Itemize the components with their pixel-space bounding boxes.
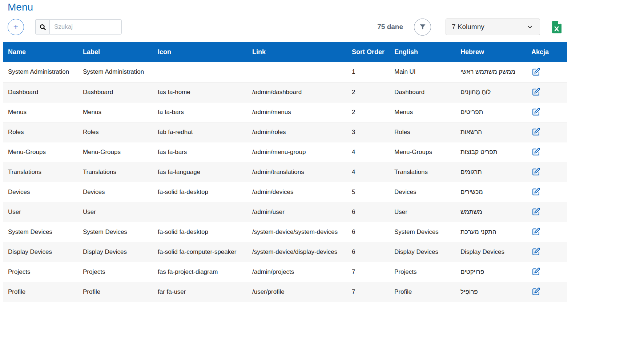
search-input[interactable] bbox=[49, 19, 122, 34]
menu-table: Name Label Icon Link Sort Order English … bbox=[3, 42, 567, 302]
cell-hebrew: ממשק משתמש ראשי bbox=[455, 62, 526, 82]
cell-action bbox=[526, 122, 567, 142]
cell-link: /admin/roles bbox=[247, 122, 347, 142]
cell-action bbox=[526, 162, 567, 182]
edit-button[interactable] bbox=[531, 247, 540, 256]
edit-button[interactable] bbox=[531, 68, 540, 77]
cell-link: /admin/projects bbox=[247, 262, 347, 282]
table-row: DashboardDashboardfas fa-home/admin/dash… bbox=[3, 82, 567, 102]
chevron-down-icon bbox=[527, 24, 533, 30]
add-button[interactable]: + bbox=[8, 19, 24, 35]
table-row: MenusMenusfa fa-bars/admin/menus2Menusתפ… bbox=[3, 102, 567, 122]
columns-select-value: 7 Kolumny bbox=[452, 23, 484, 31]
cell-hebrew: תפריט קבוצות bbox=[455, 142, 526, 162]
column-header-sort-order: Sort Order bbox=[347, 42, 389, 62]
edit-icon bbox=[531, 127, 540, 137]
cell-link bbox=[247, 62, 347, 82]
edit-button[interactable] bbox=[531, 267, 540, 276]
column-header-icon: Icon bbox=[153, 42, 247, 62]
column-header-hebrew: Hebrew bbox=[455, 42, 526, 62]
cell-hebrew: לוּחַ מַחווָנִים bbox=[455, 82, 526, 102]
cell-link: /system-device/display-devices bbox=[247, 242, 347, 262]
edit-button[interactable] bbox=[531, 88, 540, 97]
cell-hebrew: פרוֹפִיל bbox=[455, 282, 526, 302]
cell-name: Translations bbox=[3, 162, 78, 182]
table-header: Name Label Icon Link Sort Order English … bbox=[3, 42, 567, 62]
cell-english: User bbox=[389, 202, 455, 222]
table-row: UserUser/admin/user6Userמשתמש bbox=[3, 202, 567, 222]
edit-button[interactable] bbox=[531, 167, 540, 176]
cell-label: Dashboard bbox=[78, 82, 153, 102]
table-row: TranslationsTranslationsfas fa-language/… bbox=[3, 162, 567, 182]
cell-label: Roles bbox=[78, 122, 153, 142]
cell-english: Roles bbox=[389, 122, 455, 142]
cell-icon: fas fa-bars bbox=[153, 142, 247, 162]
toolbar: + 75 dane 7 Kolumny bbox=[0, 18, 567, 36]
cell-icon bbox=[153, 62, 247, 82]
table-row: ProjectsProjectsfas fa-project-diagram/a… bbox=[3, 262, 567, 282]
cell-action bbox=[526, 62, 567, 82]
cell-hebrew: פרויקטים bbox=[455, 262, 526, 282]
excel-export-button[interactable] bbox=[552, 21, 562, 33]
column-header-name: Name bbox=[3, 42, 78, 62]
edit-button[interactable] bbox=[531, 147, 540, 157]
edit-icon bbox=[531, 88, 540, 97]
cell-label: Menu-Groups bbox=[78, 142, 153, 162]
edit-icon bbox=[531, 187, 540, 196]
cell-label: Translations bbox=[78, 162, 153, 182]
edit-button[interactable] bbox=[531, 207, 540, 216]
cell-label: Menus bbox=[78, 102, 153, 122]
edit-icon bbox=[531, 247, 540, 256]
cell-english: Profile bbox=[389, 282, 455, 302]
edit-button[interactable] bbox=[531, 227, 540, 236]
cell-action bbox=[526, 282, 567, 302]
cell-link: /admin/menus bbox=[247, 102, 347, 122]
cell-sort: 3 bbox=[347, 122, 389, 142]
edit-icon bbox=[531, 147, 540, 157]
cell-name: User bbox=[3, 202, 78, 222]
edit-button[interactable] bbox=[531, 127, 540, 137]
cell-name: Devices bbox=[3, 182, 78, 202]
cell-sort: 6 bbox=[347, 222, 389, 242]
cell-name: Roles bbox=[3, 122, 78, 142]
plus-icon: + bbox=[13, 23, 18, 31]
table-row: DevicesDevicesfa-solid fa-desktop/admin/… bbox=[3, 182, 567, 202]
cell-icon: fa-solid fa-computer-speaker bbox=[153, 242, 247, 262]
cell-label: Profile bbox=[78, 282, 153, 302]
cell-label: Display Devices bbox=[78, 242, 153, 262]
table-row: System DevicesSystem Devicesfa-solid fa-… bbox=[3, 222, 567, 242]
cell-link: /user/profile bbox=[247, 282, 347, 302]
cell-label: Projects bbox=[78, 262, 153, 282]
search-group bbox=[35, 19, 122, 34]
edit-button[interactable] bbox=[531, 107, 540, 117]
cell-icon: fa-solid fa-desktop bbox=[153, 222, 247, 242]
page: Menu + 75 dane 7 Kolumny bbox=[0, 0, 567, 302]
cell-sort: 7 bbox=[347, 262, 389, 282]
edit-button[interactable] bbox=[531, 287, 540, 296]
cell-english: Menus bbox=[389, 102, 455, 122]
column-header-label: Label bbox=[78, 42, 153, 62]
cell-label: System Administration bbox=[78, 62, 153, 82]
cell-action bbox=[526, 242, 567, 262]
cell-name: System Devices bbox=[3, 222, 78, 242]
cell-name: Display Devices bbox=[3, 242, 78, 262]
cell-hebrew: הרשאות bbox=[455, 122, 526, 142]
cell-label: Devices bbox=[78, 182, 153, 202]
cell-hebrew: תפריטים bbox=[455, 102, 526, 122]
cell-icon bbox=[153, 202, 247, 222]
toolbar-right: 75 dane 7 Kolumny bbox=[377, 19, 562, 36]
cell-english: Menu-Groups bbox=[389, 142, 455, 162]
excel-icon bbox=[552, 21, 562, 33]
cell-english: Main UI bbox=[389, 62, 455, 82]
columns-select[interactable]: 7 Kolumny bbox=[446, 19, 540, 35]
edit-icon bbox=[531, 287, 540, 296]
filter-button[interactable] bbox=[414, 19, 431, 36]
cell-icon: far fa-user bbox=[153, 282, 247, 302]
cell-name: Menus bbox=[3, 102, 78, 122]
cell-name: Profile bbox=[3, 282, 78, 302]
edit-button[interactable] bbox=[531, 187, 540, 196]
edit-icon bbox=[531, 267, 540, 276]
cell-name: System Administration bbox=[3, 62, 78, 82]
table-row: ProfileProfilefar fa-user/user/profile7P… bbox=[3, 282, 567, 302]
cell-label: User bbox=[78, 202, 153, 222]
